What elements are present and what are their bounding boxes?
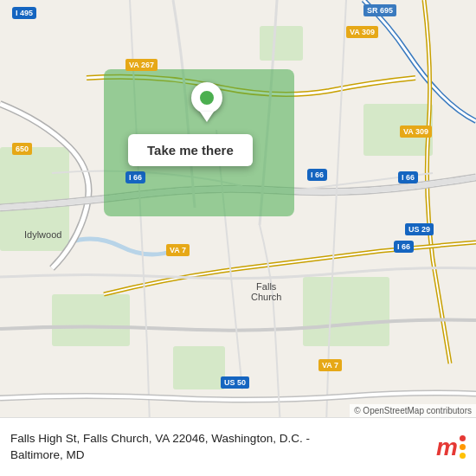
us29-badge: US 29 [405,223,434,235]
svg-rect-3 [52,294,130,346]
va650-badge: 650 [12,143,32,155]
sr695-badge: SR 695 [363,4,396,16]
osm-text: © OpenStreetMap contributors [354,406,472,415]
moovit-dot-orange [460,444,466,450]
idylwood-label: Idylwood [24,229,61,240]
i66-4-badge: I 66 [394,241,414,253]
address-text: Falls High St, Falls Church, VA 22046, W… [10,431,322,464]
take-me-there-button[interactable]: Take me there [128,134,253,166]
pin-tail [200,112,214,122]
svg-rect-4 [173,346,225,389]
i66-3-badge: I 66 [398,171,418,183]
moovit-logo: m [436,435,466,460]
i66-1-badge: I 66 [125,171,145,183]
pin-inner [200,91,214,105]
va7b-badge: VA 7 [318,359,342,371]
moovit-m-letter: m [436,435,458,460]
svg-rect-2 [303,277,389,346]
va309-2-badge: VA 309 [400,125,432,138]
i495-badge: I 495 [12,7,36,19]
moovit-dot-yellow [460,453,466,459]
va7-badge: VA 7 [166,244,190,256]
moovit-dots [460,435,466,459]
moovit-dot-red [460,435,466,441]
us50-badge: US 50 [221,376,249,389]
svg-rect-6 [260,26,303,61]
va309-1-badge: VA 309 [346,26,378,38]
falls-church-label: Falls Church [251,281,281,302]
osm-attribution: © OpenStreetMap contributors [350,404,476,417]
i66-2-badge: I 66 [307,169,327,181]
pin-circle [191,82,222,113]
map-container: Take me there I 495 SR 695 VA 267 VA 309… [0,0,476,476]
bottom-bar: Falls High St, Falls Church, VA 22046, W… [0,417,476,476]
location-pin [189,82,225,127]
va267-badge: VA 267 [125,59,158,71]
